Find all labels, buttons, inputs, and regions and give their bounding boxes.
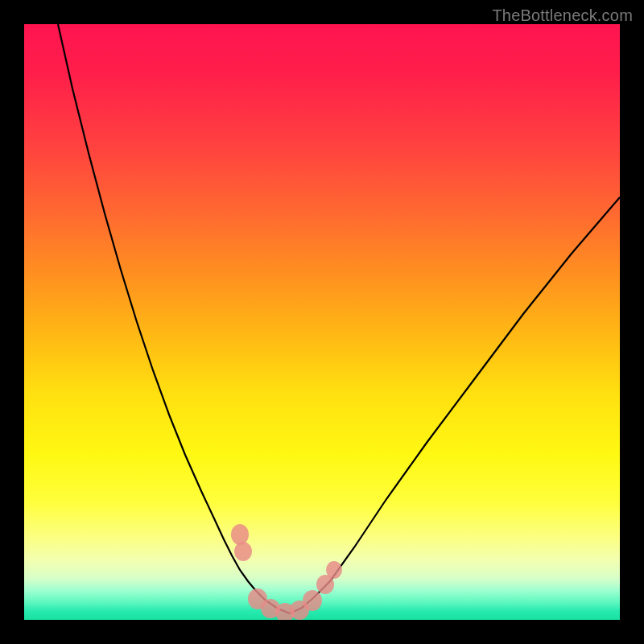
- marker-group: [231, 524, 342, 620]
- plot-area: [24, 24, 620, 620]
- watermark-text: TheBottleneck.com: [492, 6, 633, 25]
- chart-svg: [24, 24, 620, 620]
- marker-point: [231, 524, 249, 545]
- marker-point: [326, 561, 342, 579]
- marker-point: [303, 590, 322, 611]
- curve-left: [58, 24, 290, 613]
- marker-point: [234, 542, 252, 561]
- curve-right: [290, 197, 620, 613]
